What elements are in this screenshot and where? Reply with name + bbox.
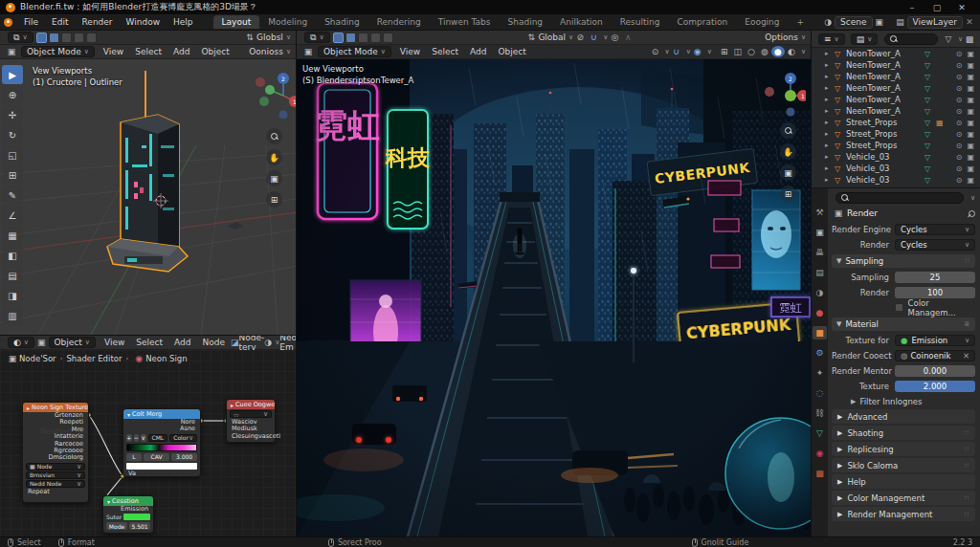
outliner-row[interactable]: ▸▽Vehicle_03▽⊙▣ xyxy=(812,163,980,174)
viewlayer-selector[interactable]: ViewLayer xyxy=(907,16,963,29)
editor-type-dropdown[interactable]: ⧉∨ xyxy=(8,32,33,43)
node-dropdown[interactable]: ▦Node∨ xyxy=(26,463,85,470)
color-management-checkbox[interactable] xyxy=(895,303,903,312)
camera-view-button[interactable]: ▣ xyxy=(266,170,282,186)
ramp-index-field[interactable]: L xyxy=(126,453,142,461)
ortho-toggle-button[interactable]: ⊞ xyxy=(780,186,796,202)
outliner-settings-icon[interactable]: ▩ xyxy=(963,33,976,45)
blender-menu-icon[interactable] xyxy=(4,18,12,27)
editor-type-dropdown[interactable]: ⧉∨ xyxy=(304,32,330,43)
tool-scale[interactable]: ◱ xyxy=(2,145,23,164)
pan-button[interactable]: ✋ xyxy=(266,149,282,165)
outliner-row[interactable]: ▸▽Street_Props▽▦⊙▣ xyxy=(812,117,980,128)
menu-node[interactable]: Node xyxy=(197,338,232,347)
menu-render[interactable]: Render xyxy=(76,15,120,29)
sampling-value-field[interactable]: 25 xyxy=(895,272,975,283)
node-emission[interactable]: ▾Cesstion Emission Sutor Mode 5.501 xyxy=(102,495,154,534)
menu-select[interactable]: Select xyxy=(129,47,167,56)
tab-physics[interactable]: ◌ xyxy=(813,386,827,400)
render-visibility-icon[interactable]: ▣ xyxy=(967,119,974,127)
workspace-tab-5[interactable]: Tinwen Tabs xyxy=(430,15,500,29)
workspace-tab-7[interactable]: Anilkation xyxy=(551,15,612,29)
menu-edit[interactable]: Edit xyxy=(45,15,75,29)
hide-icon[interactable]: ⊙ xyxy=(956,176,963,185)
remove-viewlayer-icon[interactable]: ✕ xyxy=(963,16,976,28)
tool-annotate[interactable]: ✎ xyxy=(2,186,23,205)
tab-texture[interactable]: ▩ xyxy=(813,467,827,480)
add-stop-button[interactable]: + xyxy=(126,434,132,442)
hide-icon[interactable]: ⊙ xyxy=(956,84,963,93)
menu-view[interactable]: View xyxy=(98,47,129,56)
render-visibility-icon[interactable]: ▣ xyxy=(967,107,974,116)
properties-editor[interactable]: ⚒ ▣ 🖶 ▤ ◑ ● ■ ⚙ ✦ ◌ ⛓ ▽ ◉ ▩ ∨ ▣ Render xyxy=(812,187,980,536)
proportional-edit-icon[interactable]: ◎ xyxy=(608,32,621,43)
menu-view[interactable]: View xyxy=(99,338,130,347)
select-all-icon[interactable] xyxy=(383,33,393,43)
zoom-button[interactable] xyxy=(266,128,282,144)
shading-material-icon[interactable]: ● xyxy=(771,46,785,57)
viewport-render-center[interactable]: 霓虹 科技 霓虹 科技 xyxy=(297,31,812,536)
node-dropdown[interactable]: Nedd Node∨ xyxy=(26,480,85,488)
ramp-mode-dropdown[interactable]: CML xyxy=(148,434,168,442)
menu-add[interactable]: Add xyxy=(464,47,492,56)
shader-object-dropdown[interactable]: Object∨ xyxy=(49,337,96,348)
editor-type-dropdown[interactable]: ◐∨ xyxy=(8,337,34,348)
menu-object[interactable]: Object xyxy=(195,47,234,56)
outliner-row[interactable]: ▸▽NeenTower_A▽⊙▣ xyxy=(812,82,980,94)
ramp-options-button[interactable]: ∨ xyxy=(141,434,146,442)
tab-viewlayer[interactable]: ▤ xyxy=(813,266,827,279)
workspace-tab-6[interactable]: Shading xyxy=(500,15,552,29)
navigation-gizmo[interactable]: 2 1 xyxy=(756,67,806,117)
outliner-row[interactable]: ▸▽Street_Props▽⊙▣ xyxy=(812,140,980,151)
options-dropdown[interactable]: Options xyxy=(765,33,798,42)
section-material[interactable]: ▼ Material ≣ xyxy=(832,317,975,331)
section-shaoting[interactable]: ▶Shaoting∷ xyxy=(832,426,975,440)
ramp-color-swatch[interactable] xyxy=(126,463,197,470)
menu-select[interactable]: Select xyxy=(426,47,464,56)
section-help[interactable]: ▶Help xyxy=(832,474,975,489)
menu-object[interactable]: Object xyxy=(492,47,531,56)
render-object-field[interactable]: ◍Coinoenik✕ xyxy=(895,350,975,361)
outliner-row[interactable]: ▸▽NeenTower_A▽⊙▣ xyxy=(812,94,980,105)
tool-select-tweak[interactable]: ▶ xyxy=(2,65,23,84)
render-visibility-icon[interactable]: ▣ xyxy=(967,164,974,173)
section-replicesing[interactable]: ▶Replicesing∷ xyxy=(832,442,975,456)
navigation-gizmo[interactable]: 2 1 xyxy=(247,69,297,119)
mode-dropdown[interactable]: Object Mode∨ xyxy=(21,46,95,57)
transform-orientation-dropdown[interactable]: Globsl xyxy=(256,33,283,42)
show-overlays-icon[interactable]: ⊞ xyxy=(718,46,731,57)
tool-move[interactable]: ✢ xyxy=(2,105,23,124)
node-material-output[interactable]: ▸Cuee Oogwe ▭∨ Wasciov Mediusk Clesuingv… xyxy=(226,399,276,443)
render-visibility-icon[interactable]: ▣ xyxy=(967,73,974,81)
shading-rendered-icon[interactable]: ◐ xyxy=(785,46,798,57)
tool-add-cube[interactable]: ▦ xyxy=(2,226,23,245)
section-render-management[interactable]: ▶Render Management∷ xyxy=(832,507,975,521)
clear-icon[interactable]: ✕ xyxy=(963,351,969,361)
minimize-button[interactable]: – xyxy=(900,3,924,12)
tab-particles[interactable]: ✦ xyxy=(813,366,827,380)
render-visibility-icon[interactable]: ▣ xyxy=(967,130,974,139)
pan-button[interactable]: ✋ xyxy=(780,143,796,160)
snap-icon[interactable]: ⊘ xyxy=(573,32,587,43)
tool-extrude[interactable]: ◧ xyxy=(2,246,23,265)
hide-icon[interactable]: ⊙ xyxy=(956,153,963,162)
section-sampling[interactable]: ▼ Sampling ∷ xyxy=(832,254,975,268)
hide-icon[interactable]: ⊙ xyxy=(956,96,963,104)
pin-icon[interactable] xyxy=(967,209,975,218)
select-all-icon[interactable] xyxy=(86,33,97,43)
workspace-tab-modeling[interactable]: Modeling xyxy=(259,15,316,29)
hide-icon[interactable]: ⊙ xyxy=(956,130,963,139)
hide-icon[interactable]: ⊙ xyxy=(956,164,963,173)
add-workspace-button[interactable]: + xyxy=(789,15,813,29)
tab-scene[interactable]: ◑ xyxy=(813,286,827,299)
render-visibility-icon[interactable]: ▣ xyxy=(967,176,974,185)
filter-funnel-icon[interactable]: ▽ xyxy=(942,33,955,45)
emission-color-swatch[interactable] xyxy=(123,514,150,520)
ramp-pos-label[interactable]: CAV xyxy=(144,453,169,461)
tool-bevel[interactable]: ◨ xyxy=(2,286,23,305)
tool-cursor[interactable]: ⊕ xyxy=(2,85,23,104)
hide-icon[interactable]: ⊙ xyxy=(956,73,963,81)
node-dropdown[interactable]: Brnsvian∨ xyxy=(26,471,85,479)
node-title[interactable]: ▸Cuee Oogwe xyxy=(227,400,275,409)
snap-magnet-icon[interactable]: ∪ xyxy=(670,46,683,57)
